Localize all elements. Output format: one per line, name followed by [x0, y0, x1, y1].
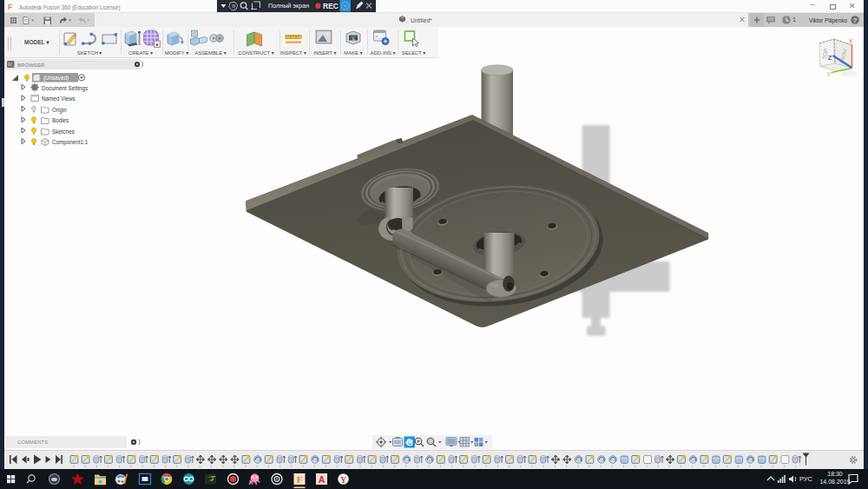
svg-text:Named Views: Named Views	[42, 96, 76, 102]
svg-text:Component1:1: Component1:1	[52, 139, 89, 146]
svg-text:?: ?	[853, 17, 858, 24]
svg-text:Bodies: Bodies	[52, 117, 69, 123]
svg-text:Y: Y	[827, 71, 832, 77]
svg-text:(Unsaved): (Unsaved)	[43, 75, 69, 82]
svg-text:Sketches: Sketches	[52, 129, 75, 135]
svg-text:X: X	[849, 38, 853, 44]
svg-text:>_: >_	[376, 35, 382, 40]
svg-text:Document Settings: Document Settings	[42, 85, 88, 92]
svg-text:Z: Z	[828, 54, 832, 62]
svg-text:A: A	[319, 474, 326, 485]
svg-text:F: F	[297, 474, 303, 485]
svg-text:Y: Y	[340, 475, 347, 485]
svg-text:Origin: Origin	[52, 107, 67, 114]
